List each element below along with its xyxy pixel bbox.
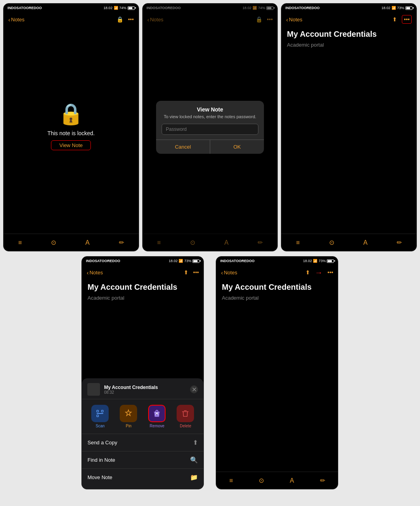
sheet-close-button[interactable]: ✕ [190, 385, 198, 393]
time-1: 18.02 [104, 6, 113, 10]
battery-3: 73% [397, 6, 404, 10]
note-content-3: My Account Credentials Academic portal [281, 26, 416, 234]
note-subtitle-3: Academic portal [287, 42, 411, 48]
share-icon-3[interactable]: ⬆ [392, 16, 397, 23]
time-4: 18.02 [169, 259, 178, 263]
chevron-left-icon-5: ‹ [221, 269, 223, 276]
send-copy-label: Send a Copy [87, 440, 117, 446]
nav-icons-3: ⬆ ••• [392, 15, 412, 24]
battery-icon-3 [405, 6, 412, 10]
battery-4: 73% [184, 259, 191, 263]
note-title-5: My Account Credentials [222, 283, 332, 292]
compose-toolbar-icon-5[interactable]: ✏ [320, 477, 325, 484]
scan-label: Scan [96, 424, 105, 428]
svg-rect-1 [102, 410, 104, 412]
wifi-icon-1: 📶 [114, 6, 118, 10]
sheet-action-scan[interactable]: Scan [91, 405, 109, 428]
status-bar-1: INDOSATOOREDOO 18.02 📶 74% [4, 4, 139, 12]
nav-bar-4: ‹ Notes ⬆ ••• [82, 265, 203, 279]
dialog-title: View Note [156, 101, 264, 114]
camera-toolbar-icon-3[interactable]: ⊙ [329, 239, 334, 246]
camera-toolbar-icon-1[interactable]: ⊙ [51, 239, 56, 246]
svg-rect-0 [97, 410, 99, 412]
ok-button[interactable]: OK [210, 140, 264, 154]
note-title-3: My Account Credentials [287, 30, 411, 39]
more-icon-3[interactable]: ••• [402, 15, 412, 24]
more-icon-4[interactable]: ••• [193, 269, 199, 276]
status-bar-5: INDOSATOOREDOO 18.02 📶 73% [216, 257, 338, 265]
status-right-1: 18.02 📶 74% [104, 6, 135, 10]
pen-toolbar-icon-5[interactable]: A [290, 477, 294, 484]
note-title-4: My Account Credentials [87, 283, 198, 292]
pen-toolbar-icon-1[interactable]: A [85, 239, 90, 246]
remove-icon-circle [148, 405, 166, 422]
battery-1: 74% [119, 6, 126, 10]
view-note-button-1[interactable]: View Note [51, 140, 91, 150]
sheet-note-time: 08:32 [104, 390, 158, 395]
share-icon-4[interactable]: ⬆ [184, 269, 188, 276]
dialog-buttons: Cancel OK [156, 140, 264, 154]
password-input[interactable] [162, 124, 258, 135]
pin-label: Pin [126, 424, 131, 428]
nav-back-1[interactable]: ‹ Notes [8, 16, 24, 23]
carrier-5: INDOSATOOREDOO [220, 259, 254, 263]
sheet-note-title: My Account Credentials [104, 385, 158, 390]
list-toolbar-icon-1[interactable]: ≡ [18, 239, 22, 246]
nav-back-label-5: Notes [224, 270, 237, 276]
more-icon-1[interactable]: ••• [128, 16, 134, 23]
battery-icon-4 [192, 259, 200, 263]
time-3: 18.02 [381, 6, 390, 10]
carrier-3: INDOSATOOREDOO [285, 6, 320, 10]
sheet-action-delete[interactable]: Delete [177, 405, 194, 428]
sheet-action-pin[interactable]: Pin [120, 405, 137, 428]
status-right-4: 18.02 📶 73% [169, 259, 200, 263]
nav-back-label-4: Notes [89, 270, 103, 276]
nav-back-4[interactable]: ‹ Notes [87, 269, 103, 276]
screen-action-sheet: INDOSATOOREDOO 18.02 📶 73% ‹ Notes ⬆ [81, 256, 204, 489]
more-icon-5[interactable]: ••• [328, 269, 333, 276]
list-toolbar-icon-5[interactable]: ≡ [229, 477, 233, 484]
note-subtitle-5: Academic portal [222, 295, 332, 301]
sheet-menu-send-copy[interactable]: Send a Copy ⬆ [82, 434, 203, 451]
nav-icons-1: 🔒 ••• [117, 16, 134, 23]
nav-bar-1: ‹ Notes 🔒 ••• [4, 12, 139, 26]
carrier-1: INDOSATOOREDOO [8, 6, 42, 10]
locked-text-1: This note is locked. [47, 130, 95, 136]
camera-toolbar-icon-5[interactable]: ⊙ [259, 477, 264, 484]
nav-back-label-3: Notes [289, 17, 302, 23]
wifi-icon-4: 📶 [179, 259, 183, 263]
view-note-dialog: View Note To view locked notes, enter th… [156, 101, 264, 154]
bottom-toolbar-5: ≡ ⊙ A ✏ [216, 472, 338, 489]
cancel-button[interactable]: Cancel [156, 140, 210, 154]
share-icon-5[interactable]: ⬆ [305, 269, 310, 276]
compose-toolbar-icon-3[interactable]: ✏ [397, 239, 402, 246]
screen-locked: INDOSATOOREDOO 18.02 📶 74% ‹ Notes 🔒 •••… [3, 3, 139, 251]
pin-icon-circle [120, 405, 137, 422]
note-subtitle-4: Academic portal [87, 295, 198, 301]
sheet-action-remove[interactable]: Remove [148, 405, 166, 428]
pen-toolbar-icon-3[interactable]: A [363, 239, 367, 246]
sheet-header-left: My Account Credentials 08:32 [87, 383, 158, 396]
chevron-left-icon-4: ‹ [87, 269, 89, 276]
wifi-icon-5: 📶 [313, 259, 317, 263]
move-note-label: Move Note [87, 474, 112, 480]
battery-icon-5 [327, 259, 334, 263]
chevron-left-icon-1: ‹ [8, 16, 10, 23]
sheet-note-info: My Account Credentials 08:32 [104, 385, 158, 395]
nav-back-3[interactable]: ‹ Notes [286, 16, 302, 23]
list-toolbar-icon-3[interactable]: ≡ [296, 239, 299, 246]
compose-toolbar-icon-1[interactable]: ✏ [119, 239, 124, 246]
sheet-menu-find-in-note[interactable]: Find in Note 🔍 [82, 451, 203, 468]
nav-back-5[interactable]: ‹ Notes [221, 269, 237, 276]
status-right-3: 18.02 📶 73% [381, 6, 412, 10]
nav-icons-4: ⬆ ••• [184, 269, 199, 276]
nav-icons-5: ⬆ → ••• [305, 268, 333, 277]
lock-icon-1[interactable]: 🔒 [117, 16, 123, 23]
sheet-icons-row: Scan Pin [82, 399, 203, 434]
battery-5: 73% [318, 259, 326, 263]
move-note-icon: 📁 [190, 474, 198, 481]
send-copy-icon: ⬆ [193, 439, 198, 446]
screen-dialog: INDOSATOOREDOO 18.02 📶 74% ‹ Notes 🔒 •••… [142, 3, 278, 251]
nav-bar-5: ‹ Notes ⬆ → ••• [216, 265, 338, 279]
sheet-menu-move-note[interactable]: Move Note 📁 [82, 468, 203, 486]
